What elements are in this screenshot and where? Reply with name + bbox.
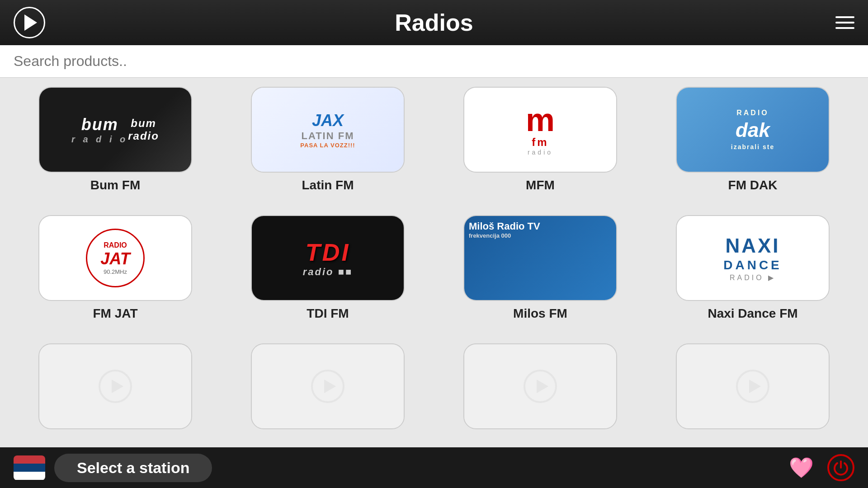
station-label-fm-dak: FM DAK	[728, 178, 778, 192]
station-card-tdi-fm[interactable]: TDI radio ■■ TDI FM	[240, 215, 416, 330]
station-logo-placeholder-3	[463, 343, 617, 429]
placeholder-icon-4	[735, 368, 771, 404]
placeholder-icon-3	[522, 368, 558, 404]
station-label-latin-fm: Latin FM	[302, 178, 354, 192]
milos-logo-sub: frekvencija 000	[469, 232, 511, 239]
hamburger-line-2	[835, 22, 854, 23]
station-logo-fm-dak: RADIO dak izabrali ste	[676, 87, 830, 173]
header: Radios	[0, 0, 868, 45]
svg-marker-1	[112, 380, 123, 393]
bum-logo-radio: r a d i o	[71, 134, 128, 145]
station-card-placeholder-4[interactable]	[665, 343, 841, 438]
mfm-logo-m: m	[526, 103, 555, 136]
station-logo-mfm: m fm radio	[463, 87, 617, 173]
jat-logo-radio: RADIO	[104, 241, 127, 249]
station-label-fm-jat: FM JAT	[93, 306, 137, 321]
station-card-placeholder-1[interactable]	[27, 343, 203, 438]
station-card-milos-fm[interactable]: Miloš Radio TV frekvencija 000 Milos FM	[452, 215, 628, 330]
flag-serbia	[14, 455, 45, 480]
naxi-logo-naxi: NAXI	[725, 235, 780, 257]
select-station-button[interactable]: Select a station	[54, 454, 212, 482]
mfm-logo-fm: fm	[532, 136, 548, 149]
naxi-logo-dance: DANCE	[723, 258, 782, 272]
station-card-mfm[interactable]: m fm radio MFM	[452, 87, 628, 202]
station-logo-fm-jat: RADIO JAT 90.2MHz	[38, 215, 192, 301]
station-card-placeholder-3[interactable]	[452, 343, 628, 438]
station-logo-latin-fm: JAX LATIN FM PASA LA VOZZ!!!	[251, 87, 405, 173]
placeholder-icon-1	[97, 368, 133, 404]
station-card-fm-jat[interactable]: RADIO JAT 90.2MHz FM JAT	[27, 215, 203, 330]
bum-logo-name: bum	[81, 115, 118, 134]
jat-logo-freq: 90.2MHz	[104, 268, 127, 275]
fmdak-logo-radio: RADIO	[736, 109, 769, 117]
station-card-naxi-dance-fm[interactable]: NAXI DANCE RADIO ▶ Naxi Dance FM	[665, 215, 841, 330]
station-logo-placeholder-4	[676, 343, 830, 429]
bottom-bar: Select a station 🩷	[0, 447, 868, 488]
station-logo-naxi-dance-fm: NAXI DANCE RADIO ▶	[676, 215, 830, 301]
favorite-button[interactable]: 🩷	[789, 456, 814, 479]
station-card-latin-fm[interactable]: JAX LATIN FM PASA LA VOZZ!!! Latin FM	[240, 87, 416, 202]
power-button[interactable]	[827, 454, 854, 481]
mfm-logo-radio: radio	[528, 149, 553, 156]
hamburger-line-1	[835, 16, 854, 18]
station-card-fm-dak[interactable]: RADIO dak izabrali ste FM DAK	[665, 87, 841, 202]
fmdak-logo-sub: izabrali ste	[731, 143, 774, 150]
station-label-bum-fm: Bum FM	[90, 178, 140, 192]
latin-logo-pasa: PASA LA VOZZ!!!	[300, 142, 355, 149]
play-button[interactable]	[14, 7, 45, 38]
jat-logo-name: JAT	[100, 249, 130, 268]
station-logo-placeholder-1	[38, 343, 192, 429]
tdi-logo-sub: radio ■■	[303, 266, 353, 278]
power-icon	[833, 460, 849, 476]
latin-logo-jax: JAX	[312, 111, 344, 130]
search-input[interactable]	[0, 45, 868, 78]
svg-marker-3	[324, 380, 336, 393]
station-logo-tdi-fm: TDI radio ■■	[251, 215, 405, 301]
station-label-naxi-dance-fm: Naxi Dance FM	[708, 306, 797, 321]
station-logo-bum-fm: bum r a d i o	[38, 87, 192, 173]
page-title: Radios	[395, 9, 473, 36]
latin-logo-fm: LATIN FM	[301, 130, 354, 142]
flag-white-stripe	[14, 472, 45, 480]
svg-marker-7	[749, 380, 761, 393]
tdi-logo-main: TDI	[305, 238, 350, 266]
station-grid: bum r a d i o Bum FM JAX LATIN FM PASA L…	[0, 78, 868, 447]
fmdak-logo-name: dak	[736, 119, 770, 141]
svg-marker-5	[537, 380, 548, 393]
menu-button[interactable]	[835, 16, 854, 29]
station-label-mfm: MFM	[526, 178, 555, 192]
flag-blue-stripe	[14, 464, 45, 472]
station-label-tdi-fm: TDI FM	[307, 306, 349, 321]
station-logo-placeholder-2	[251, 343, 405, 429]
bottom-right-controls: 🩷	[789, 454, 854, 481]
hamburger-line-3	[835, 27, 854, 29]
naxi-logo-radio: RADIO ▶	[730, 273, 776, 282]
placeholder-icon-2	[310, 368, 346, 404]
station-card-bum-fm[interactable]: bum r a d i o Bum FM	[27, 87, 203, 202]
station-logo-milos-fm: Miloš Radio TV frekvencija 000	[463, 215, 617, 301]
milos-logo-title: Miloš Radio TV	[469, 221, 540, 232]
flag-red-stripe	[14, 455, 45, 464]
station-card-placeholder-2[interactable]	[240, 343, 416, 438]
station-label-milos-fm: Milos FM	[513, 306, 567, 321]
